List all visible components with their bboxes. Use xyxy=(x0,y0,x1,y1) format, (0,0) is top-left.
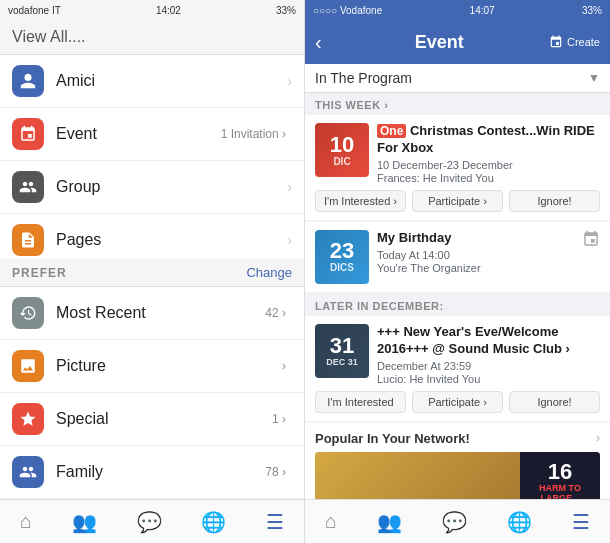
pages-icon xyxy=(12,224,44,256)
group-label: Group xyxy=(56,178,287,196)
right-tab-globe[interactable]: 🌐 xyxy=(507,510,532,534)
menu-item-pages[interactable]: Pages › xyxy=(0,214,304,259)
section-this-week: THIS WEEK › xyxy=(305,93,610,115)
left-time: 14:02 xyxy=(156,5,181,16)
popular-img-decoration xyxy=(315,452,520,499)
left-tab-chat[interactable]: 💬 xyxy=(137,510,162,534)
left-tab-globe[interactable]: 🌐 xyxy=(201,510,226,534)
xmas-ignore-btn[interactable]: Ignore! xyxy=(509,190,600,212)
menu-item-amici[interactable]: Amici › xyxy=(0,55,304,108)
picture-badge: › xyxy=(282,359,286,373)
picture-icon xyxy=(12,350,44,382)
xmas-participate-btn[interactable]: Participate › xyxy=(412,190,503,212)
right-tab-menu[interactable]: ☰ xyxy=(572,510,590,534)
events-scroll: THIS WEEK › 10 DIC One Christmas Contest… xyxy=(305,93,610,499)
right-status-bar: ○○○○ Vodafone 14:07 33% xyxy=(305,0,610,20)
nye-date: December At 23:59 xyxy=(377,360,600,372)
right-signal: 33% xyxy=(582,5,602,16)
prefer-change-btn[interactable]: Change xyxy=(246,265,292,280)
menu-list: Amici › Event 1 Invitation › Group › Pag… xyxy=(0,55,304,259)
right-header: ‹ Event Create xyxy=(305,20,610,64)
xmas-thumb: 10 DIC xyxy=(315,123,369,177)
right-carrier: ○○○○ Vodafone xyxy=(313,5,382,16)
view-all-label[interactable]: View All.... xyxy=(0,20,304,55)
right-tab-chat[interactable]: 💬 xyxy=(442,510,467,534)
recent-icon xyxy=(12,297,44,329)
left-tab-friends[interactable]: 👥 xyxy=(72,510,97,534)
pages-label: Pages xyxy=(56,231,287,249)
xmas-sub: Frances: He Invited You xyxy=(377,172,600,184)
event-icon xyxy=(12,118,44,150)
birthday-title: My Birthday xyxy=(377,230,574,247)
popular-title: Popular In Your Network! xyxy=(315,431,470,446)
popular-header: Popular In Your Network! › xyxy=(315,431,600,446)
create-button[interactable]: Create xyxy=(549,35,600,49)
nye-ignore-btn[interactable]: Ignore! xyxy=(509,391,600,413)
nye-thumb: 31 Dec 31 xyxy=(315,324,369,378)
menu-item-group[interactable]: Group › xyxy=(0,161,304,214)
left-panel: vodafone IT 14:02 33% View All.... Amici… xyxy=(0,0,305,543)
xmas-title: One Christmas Contest...Win RIDE For Xbo… xyxy=(377,123,600,157)
event-label: Event xyxy=(56,125,221,143)
xmas-date: 10 December-23 December xyxy=(377,159,600,171)
left-carrier: vodafone IT xyxy=(8,5,61,16)
family-icon xyxy=(12,456,44,488)
xmas-interested-btn[interactable]: I'm Interested › xyxy=(315,190,406,212)
page-title: Event xyxy=(330,32,549,53)
popular-chevron-icon: › xyxy=(596,431,600,445)
birthday-sub: You're The Organizer xyxy=(377,262,574,274)
family-badge: 78 › xyxy=(265,465,286,479)
left-tab-menu[interactable]: ☰ xyxy=(266,510,284,534)
special-icon xyxy=(12,403,44,435)
birthday-thumb: 23 DICS xyxy=(315,230,369,284)
picture-label: Picture xyxy=(56,357,282,375)
menu-item-event[interactable]: Event 1 Invitation › xyxy=(0,108,304,161)
nye-actions: I'm Interested Participate › Ignore! xyxy=(315,391,600,413)
nye-participate-btn[interactable]: Participate › xyxy=(412,391,503,413)
recent-label: Most Recent xyxy=(56,304,265,322)
event-card-birthday: 23 DICS My Birthday Today At 14:00 You'r… xyxy=(305,222,610,292)
event-badge: 1 Invitation › xyxy=(221,127,286,141)
birthday-date: Today At 14:00 xyxy=(377,249,574,261)
group-chevron: › xyxy=(287,179,292,195)
special-badge: 1 › xyxy=(272,412,286,426)
popular-image: 16 HARM TOLARGE... xyxy=(315,452,600,499)
nye-interested-btn[interactable]: I'm Interested xyxy=(315,391,406,413)
right-tab-friends[interactable]: 👥 xyxy=(377,510,402,534)
prefer-item-recent[interactable]: Most Recent 42 › xyxy=(0,287,304,340)
xmas-actions: I'm Interested › Participate › Ignore! xyxy=(315,190,600,212)
back-button[interactable]: ‹ xyxy=(315,31,322,54)
amici-icon xyxy=(12,65,44,97)
birthday-info: My Birthday Today At 14:00 You're The Or… xyxy=(377,230,574,274)
recent-badge: 42 › xyxy=(265,306,286,320)
prefer-item-picture[interactable]: Picture › xyxy=(0,340,304,393)
section-later: LATER IN DECEMBER: xyxy=(305,294,610,316)
right-bottom-tabs: ⌂ 👥 💬 🌐 ☰ xyxy=(305,499,610,543)
left-tab-home[interactable]: ⌂ xyxy=(20,510,32,533)
popular-text: HARM TOLARGE... xyxy=(539,483,581,499)
nye-title: +++ New Year's Eve/Welcome 2016+++ @ Sou… xyxy=(377,324,600,358)
right-tab-home[interactable]: ⌂ xyxy=(325,510,337,533)
amici-label: Amici xyxy=(56,72,287,90)
event-card-xmas: 10 DIC One Christmas Contest...Win RIDE … xyxy=(305,115,610,220)
filter-bar[interactable]: In The Program ▼ xyxy=(305,64,610,93)
prefer-item-family[interactable]: Family 78 › xyxy=(0,446,304,499)
filter-label: In The Program xyxy=(315,70,412,86)
event-card-nye: 31 Dec 31 +++ New Year's Eve/Welcome 201… xyxy=(305,316,610,421)
prefer-section: PREFER Change xyxy=(0,259,304,287)
right-panel: ○○○○ Vodafone 14:07 33% ‹ Event Create I… xyxy=(305,0,610,543)
nye-sub: Lucio: He Invited You xyxy=(377,373,600,385)
amici-chevron: › xyxy=(287,73,292,89)
prefer-item-special[interactable]: Special 1 › xyxy=(0,393,304,446)
nye-info: +++ New Year's Eve/Welcome 2016+++ @ Sou… xyxy=(377,324,600,385)
left-bottom-tabs: ⌂ 👥 💬 🌐 ☰ xyxy=(0,499,304,543)
left-status-bar: vodafone IT 14:02 33% xyxy=(0,0,304,20)
popular-img-overlay: 16 HARM TOLARGE... xyxy=(520,452,600,499)
xmas-info: One Christmas Contest...Win RIDE For Xbo… xyxy=(377,123,600,184)
birthday-calendar-icon xyxy=(582,230,600,252)
prefer-list: Most Recent 42 › Picture › Special 1 › F… xyxy=(0,287,304,499)
filter-arrow-icon: ▼ xyxy=(588,71,600,85)
popular-section: Popular In Your Network! › 16 HARM TOLAR… xyxy=(305,423,610,499)
family-label: Family xyxy=(56,463,265,481)
group-icon xyxy=(12,171,44,203)
